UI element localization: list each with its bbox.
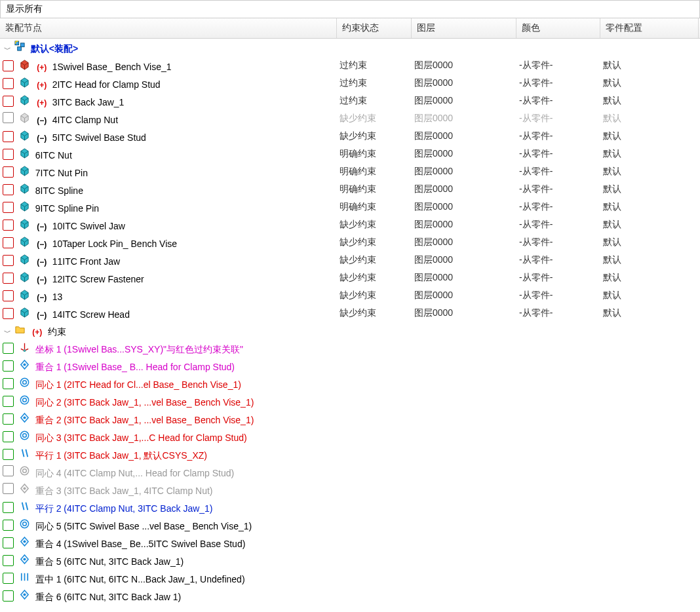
constraint-label: 坐标 1 (1Swivel Bas...SYS_XY)"与红色过约束关联": [35, 344, 243, 354]
caret-icon[interactable]: ﹀: [3, 45, 12, 54]
checkbox[interactable]: [3, 590, 14, 602]
color: -从零件-: [516, 254, 600, 266]
part-icon: [19, 164, 31, 176]
checkbox[interactable]: [3, 112, 14, 123]
color: -从零件-: [516, 183, 600, 195]
checkbox[interactable]: [3, 465, 14, 476]
checkbox[interactable]: [3, 220, 14, 231]
checkbox[interactable]: [3, 378, 14, 389]
checkbox[interactable]: [3, 449, 14, 460]
part-name: 14ITC Screw Head: [52, 309, 130, 320]
part-icon: [19, 271, 31, 282]
part-row[interactable]: (−) 5ITC Swivel Base Stud 缺少约束 图层0000 -从…: [0, 127, 700, 145]
checkbox[interactable]: [3, 483, 14, 494]
config: 默认: [600, 166, 699, 178]
part-icon: [19, 200, 31, 212]
checkbox[interactable]: [3, 273, 14, 284]
folder-label: 约束: [48, 326, 66, 337]
constraint-row[interactable]: 同心 3 (3ITC Back Jaw_1,...C Head for Clam…: [0, 428, 700, 446]
constraint-status: 缺少约束: [337, 307, 412, 319]
checkbox[interactable]: [3, 255, 14, 266]
filter-label: 显示所有: [6, 3, 43, 14]
checkbox[interactable]: [3, 202, 14, 213]
checkbox[interactable]: [3, 96, 14, 107]
over-constrained-icon: (+): [35, 63, 49, 72]
part-name: 7ITC Nut Pin: [35, 168, 88, 178]
checkbox[interactable]: [3, 78, 14, 89]
color: -从零件-: [516, 237, 600, 248]
constraint-row[interactable]: 重合 6 (6ITC Nut, 3ITC Back Jaw 1): [0, 587, 700, 605]
part-row[interactable]: (−) 11ITC Front Jaw 缺少约束 图层0000 -从零件- 默认: [0, 251, 700, 269]
part-icon: [19, 182, 31, 194]
constraint-row[interactable]: 同心 5 (5ITC Swivel Base ...vel Base_ Benc…: [0, 516, 700, 534]
checkbox[interactable]: [3, 166, 14, 178]
checkbox[interactable]: [3, 502, 14, 513]
checkbox[interactable]: [3, 360, 14, 372]
color: -从零件-: [516, 272, 600, 284]
constraint-status: 明确约束: [337, 148, 412, 160]
checkbox[interactable]: [3, 237, 14, 248]
part-row[interactable]: 8ITC Spline 明确约束 图层0000 -从零件- 默认: [0, 180, 700, 198]
constraint-status: 过约束: [337, 77, 412, 89]
part-row[interactable]: 7ITC Nut Pin 明确约束 图层0000 -从零件- 默认: [0, 163, 700, 180]
part-row[interactable]: (−) 10Taper Lock Pin_ Bench Vise 缺少约束 图层…: [0, 233, 700, 251]
header-constraint[interactable]: 约束状态: [337, 18, 412, 38]
header-color[interactable]: 颜色: [516, 18, 600, 38]
constraint-row[interactable]: 同心 2 (3ITC Back Jaw_1, ...vel Base_ Benc…: [0, 392, 700, 410]
header-node[interactable]: 装配节点: [0, 18, 337, 38]
checkbox[interactable]: [3, 555, 14, 566]
checkbox[interactable]: [3, 290, 14, 301]
constraint-row[interactable]: 平行 1 (3ITC Back Jaw_1, 默认CSYS_XZ): [0, 446, 700, 463]
checkbox[interactable]: [3, 184, 14, 195]
config: 默认: [600, 307, 699, 319]
checkbox[interactable]: [3, 520, 14, 531]
constraint-row[interactable]: 同心 1 (2ITC Head for Cl...el Base_ Bench …: [0, 375, 700, 392]
constraint-row[interactable]: 置中 1 (6ITC Nut, 6ITC N...Back Jaw_1, Und…: [0, 569, 700, 587]
constraint-row[interactable]: 重合 5 (6ITC Nut, 3ITC Back Jaw_1): [0, 552, 700, 569]
checkbox[interactable]: [3, 343, 14, 354]
part-icon: [19, 235, 31, 247]
checkbox[interactable]: [3, 431, 14, 442]
assembly-icon: [14, 40, 26, 52]
constraint-label: 平行 2 (4ITC Clamp Nut, 3ITC Back Jaw_1): [35, 503, 213, 514]
config: 默认: [600, 201, 699, 213]
checkbox[interactable]: [3, 413, 14, 425]
header-config[interactable]: 零件配置: [600, 18, 699, 38]
constraint-row[interactable]: 重合 4 (1Swivel Base_ Be...5ITC Swivel Bas…: [0, 534, 700, 552]
part-row[interactable]: (−) 13 缺少约束 图层0000 -从零件- 默认: [0, 286, 700, 304]
part-row[interactable]: (+) 3ITC Back Jaw_1 过约束 图层0000 -从零件- 默认: [0, 92, 700, 109]
part-row[interactable]: 9ITC Spline Pin 明确约束 图层0000 -从零件- 默认: [0, 198, 700, 216]
part-row[interactable]: (−) 14ITC Screw Head 缺少约束 图层0000 -从零件- 默…: [0, 304, 700, 322]
over-constrained-icon: (+): [35, 98, 49, 107]
config: 默认: [600, 254, 699, 266]
constraints-folder-row[interactable]: ﹀ (+) 约束: [0, 322, 700, 339]
header-layer[interactable]: 图层: [412, 18, 516, 38]
part-row[interactable]: (+) 1Swivel Base_ Bench Vise_1 过约束 图层000…: [0, 56, 700, 74]
checkbox[interactable]: [3, 537, 14, 548]
checkbox[interactable]: [3, 60, 14, 71]
part-row[interactable]: (−) 10ITC Swivel Jaw 缺少约束 图层0000 -从零件- 默…: [0, 216, 700, 233]
constraint-row[interactable]: 重合 1 (1Swivel Base_ B... Head for Clamp …: [0, 357, 700, 375]
part-row[interactable]: (−) 4ITC Clamp Nut 缺少约束 图层0000 -从零件- 默认: [0, 109, 700, 127]
part-row[interactable]: 6ITC Nut 明确约束 图层0000 -从零件- 默认: [0, 145, 700, 163]
part-icon: [19, 147, 31, 159]
constraint-row[interactable]: 同心 4 (4ITC Clamp Nut,... Head for Clamp …: [0, 463, 700, 481]
checkbox[interactable]: [3, 308, 14, 319]
constraint-row[interactable]: 坐标 1 (1Swivel Bas...SYS_XY)"与红色过约束关联": [0, 339, 700, 357]
center-icon: [19, 571, 31, 583]
constraint-row[interactable]: 平行 2 (4ITC Clamp Nut, 3ITC Back Jaw_1): [0, 499, 700, 516]
caret-icon[interactable]: ﹀: [3, 328, 12, 337]
part-row[interactable]: (−) 12ITC Screw Fastener 缺少约束 图层0000 -从零…: [0, 269, 700, 286]
filter-bar[interactable]: 显示所有: [0, 0, 700, 18]
color: -从零件-: [516, 307, 600, 319]
root-row[interactable]: ﹀ 默认<装配>: [0, 39, 700, 56]
checkbox[interactable]: [3, 131, 14, 142]
checkbox[interactable]: [3, 573, 14, 584]
checkbox[interactable]: [3, 396, 14, 407]
constraint-row[interactable]: 重合 3 (3ITC Back Jaw_1, 4ITC Clamp Nut): [0, 481, 700, 499]
checkbox[interactable]: [3, 149, 14, 160]
concentric-icon: [19, 376, 31, 388]
concentric-icon: [19, 429, 31, 441]
constraint-row[interactable]: 重合 2 (3ITC Back Jaw_1, ...vel Base_ Benc…: [0, 410, 700, 428]
part-row[interactable]: (+) 2ITC Head for Clamp Stud 过约束 图层0000 …: [0, 74, 700, 92]
